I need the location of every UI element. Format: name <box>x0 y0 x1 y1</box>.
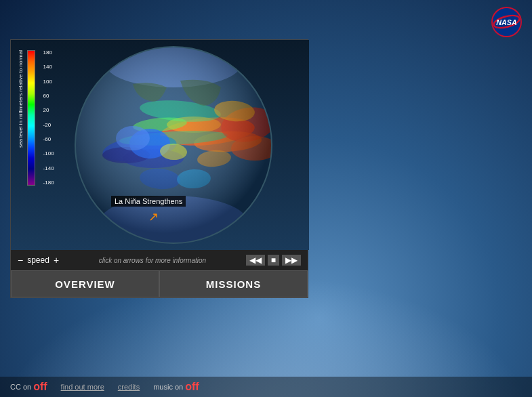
scale-val-100: 100 <box>43 79 54 85</box>
cc-off-btn[interactable]: off <box>33 381 47 393</box>
find-out-more-link[interactable]: find out more <box>61 383 104 391</box>
stop-btn[interactable]: ■ <box>268 255 279 266</box>
cc-toggle[interactable]: CC on off <box>10 381 47 393</box>
speed-label: speed <box>27 255 49 265</box>
globe-visualization <box>45 43 302 247</box>
speed-minus-btn[interactable]: − <box>18 255 23 266</box>
scale-val-neg100: -100 <box>43 151 54 156</box>
scale-val-60: 60 <box>43 93 54 99</box>
playback-controls: ◀◀ ■ ▶▶ <box>246 255 301 266</box>
scale-val-neg180: -180 <box>43 180 54 186</box>
music-on-label: on <box>175 383 183 391</box>
credits-link[interactable]: credits <box>118 383 140 391</box>
svg-point-39 <box>75 47 272 243</box>
speed-plus-btn[interactable]: + <box>54 255 59 266</box>
svg-text:NASA: NASA <box>496 18 516 26</box>
color-scale: sea level in millimeters relative to nor… <box>18 50 35 186</box>
scale-val-180: 180 <box>43 50 54 56</box>
nav-buttons: OVERVIEW MISSIONS <box>11 270 308 297</box>
nasa-logo: NASA <box>491 7 522 37</box>
controls-bar: − speed + click on arrows for more infor… <box>11 250 308 270</box>
cc-label: CC <box>10 383 21 391</box>
overview-btn[interactable]: OVERVIEW <box>11 270 159 297</box>
scale-val-neg20: -20 <box>43 123 54 128</box>
footer: CC on off find out more credits music on… <box>0 377 532 397</box>
forward-btn[interactable]: ▶▶ <box>282 255 301 266</box>
music-off-btn[interactable]: off <box>185 381 199 393</box>
rewind-btn[interactable]: ◀◀ <box>246 255 265 266</box>
music-label: music <box>153 383 173 391</box>
info-text: click on arrows for more information <box>99 257 206 264</box>
music-toggle[interactable]: music on off <box>153 381 199 393</box>
cc-on-label: on <box>23 383 31 391</box>
missions-btn[interactable]: MISSIONS <box>159 270 308 297</box>
scale-val-20: 20 <box>43 108 54 113</box>
globe-panel: sea level in millimeters relative to nor… <box>10 39 308 298</box>
scale-val-neg60: -60 <box>43 137 54 142</box>
scale-val-140: 140 <box>43 64 54 70</box>
scale-val-neg140: -140 <box>43 166 54 171</box>
scale-axis-label: sea level in millimeters relative to nor… <box>18 50 24 148</box>
